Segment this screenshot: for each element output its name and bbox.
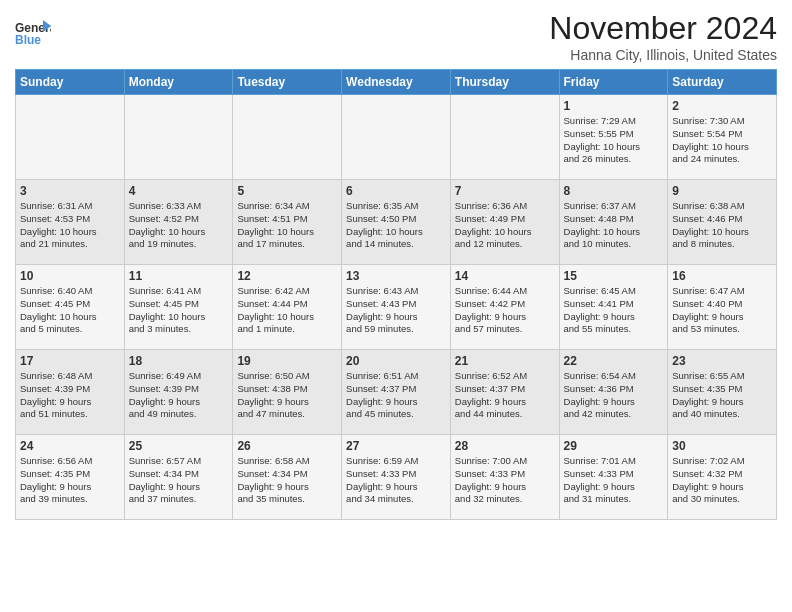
day-info: Sunrise: 7:29 AM Sunset: 5:55 PM Dayligh… (564, 115, 664, 166)
day-number: 8 (564, 184, 664, 198)
day-number: 7 (455, 184, 555, 198)
calendar-cell: 15Sunrise: 6:45 AM Sunset: 4:41 PM Dayli… (559, 265, 668, 350)
day-number: 13 (346, 269, 446, 283)
calendar-cell (124, 95, 233, 180)
day-info: Sunrise: 7:30 AM Sunset: 5:54 PM Dayligh… (672, 115, 772, 166)
day-info: Sunrise: 6:41 AM Sunset: 4:45 PM Dayligh… (129, 285, 229, 336)
day-number: 21 (455, 354, 555, 368)
day-info: Sunrise: 7:00 AM Sunset: 4:33 PM Dayligh… (455, 455, 555, 506)
day-header: Friday (559, 70, 668, 95)
day-number: 27 (346, 439, 446, 453)
calendar-cell: 29Sunrise: 7:01 AM Sunset: 4:33 PM Dayli… (559, 435, 668, 520)
day-header: Thursday (450, 70, 559, 95)
calendar-cell: 9Sunrise: 6:38 AM Sunset: 4:46 PM Daylig… (668, 180, 777, 265)
day-number: 12 (237, 269, 337, 283)
calendar-cell: 28Sunrise: 7:00 AM Sunset: 4:33 PM Dayli… (450, 435, 559, 520)
day-number: 2 (672, 99, 772, 113)
calendar-cell: 14Sunrise: 6:44 AM Sunset: 4:42 PM Dayli… (450, 265, 559, 350)
calendar-cell: 16Sunrise: 6:47 AM Sunset: 4:40 PM Dayli… (668, 265, 777, 350)
day-info: Sunrise: 7:02 AM Sunset: 4:32 PM Dayligh… (672, 455, 772, 506)
calendar-cell (450, 95, 559, 180)
calendar-cell: 20Sunrise: 6:51 AM Sunset: 4:37 PM Dayli… (342, 350, 451, 435)
day-info: Sunrise: 6:49 AM Sunset: 4:39 PM Dayligh… (129, 370, 229, 421)
day-number: 14 (455, 269, 555, 283)
title-area: November 2024 Hanna City, Illinois, Unit… (549, 10, 777, 63)
calendar-cell: 7Sunrise: 6:36 AM Sunset: 4:49 PM Daylig… (450, 180, 559, 265)
day-number: 18 (129, 354, 229, 368)
day-number: 4 (129, 184, 229, 198)
day-info: Sunrise: 6:54 AM Sunset: 4:36 PM Dayligh… (564, 370, 664, 421)
day-header: Sunday (16, 70, 125, 95)
day-header: Saturday (668, 70, 777, 95)
calendar-cell: 2Sunrise: 7:30 AM Sunset: 5:54 PM Daylig… (668, 95, 777, 180)
logo: General Blue (15, 18, 51, 48)
calendar-cell: 25Sunrise: 6:57 AM Sunset: 4:34 PM Dayli… (124, 435, 233, 520)
day-number: 20 (346, 354, 446, 368)
calendar-cell: 21Sunrise: 6:52 AM Sunset: 4:37 PM Dayli… (450, 350, 559, 435)
day-info: Sunrise: 7:01 AM Sunset: 4:33 PM Dayligh… (564, 455, 664, 506)
day-header: Wednesday (342, 70, 451, 95)
day-number: 10 (20, 269, 120, 283)
calendar-cell: 17Sunrise: 6:48 AM Sunset: 4:39 PM Dayli… (16, 350, 125, 435)
day-info: Sunrise: 6:50 AM Sunset: 4:38 PM Dayligh… (237, 370, 337, 421)
day-info: Sunrise: 6:58 AM Sunset: 4:34 PM Dayligh… (237, 455, 337, 506)
day-header: Tuesday (233, 70, 342, 95)
day-info: Sunrise: 6:47 AM Sunset: 4:40 PM Dayligh… (672, 285, 772, 336)
calendar-cell: 19Sunrise: 6:50 AM Sunset: 4:38 PM Dayli… (233, 350, 342, 435)
calendar-cell: 11Sunrise: 6:41 AM Sunset: 4:45 PM Dayli… (124, 265, 233, 350)
day-number: 23 (672, 354, 772, 368)
day-info: Sunrise: 6:55 AM Sunset: 4:35 PM Dayligh… (672, 370, 772, 421)
day-number: 19 (237, 354, 337, 368)
logo-icon: General Blue (15, 18, 51, 48)
day-header: Monday (124, 70, 233, 95)
day-number: 3 (20, 184, 120, 198)
calendar-cell: 13Sunrise: 6:43 AM Sunset: 4:43 PM Dayli… (342, 265, 451, 350)
day-number: 24 (20, 439, 120, 453)
calendar-cell: 18Sunrise: 6:49 AM Sunset: 4:39 PM Dayli… (124, 350, 233, 435)
header-row: SundayMondayTuesdayWednesdayThursdayFrid… (16, 70, 777, 95)
calendar-cell: 10Sunrise: 6:40 AM Sunset: 4:45 PM Dayli… (16, 265, 125, 350)
calendar-cell: 6Sunrise: 6:35 AM Sunset: 4:50 PM Daylig… (342, 180, 451, 265)
day-number: 15 (564, 269, 664, 283)
day-number: 29 (564, 439, 664, 453)
calendar-cell: 26Sunrise: 6:58 AM Sunset: 4:34 PM Dayli… (233, 435, 342, 520)
calendar-cell: 12Sunrise: 6:42 AM Sunset: 4:44 PM Dayli… (233, 265, 342, 350)
calendar-week-row: 10Sunrise: 6:40 AM Sunset: 4:45 PM Dayli… (16, 265, 777, 350)
calendar-week-row: 17Sunrise: 6:48 AM Sunset: 4:39 PM Dayli… (16, 350, 777, 435)
calendar-cell: 5Sunrise: 6:34 AM Sunset: 4:51 PM Daylig… (233, 180, 342, 265)
calendar-cell: 1Sunrise: 7:29 AM Sunset: 5:55 PM Daylig… (559, 95, 668, 180)
calendar-cell: 27Sunrise: 6:59 AM Sunset: 4:33 PM Dayli… (342, 435, 451, 520)
svg-text:Blue: Blue (15, 33, 41, 47)
month-title: November 2024 (549, 10, 777, 47)
day-info: Sunrise: 6:36 AM Sunset: 4:49 PM Dayligh… (455, 200, 555, 251)
day-info: Sunrise: 6:59 AM Sunset: 4:33 PM Dayligh… (346, 455, 446, 506)
calendar-week-row: 24Sunrise: 6:56 AM Sunset: 4:35 PM Dayli… (16, 435, 777, 520)
calendar-cell (16, 95, 125, 180)
day-number: 16 (672, 269, 772, 283)
calendar-cell: 8Sunrise: 6:37 AM Sunset: 4:48 PM Daylig… (559, 180, 668, 265)
day-number: 9 (672, 184, 772, 198)
calendar-cell: 30Sunrise: 7:02 AM Sunset: 4:32 PM Dayli… (668, 435, 777, 520)
day-number: 26 (237, 439, 337, 453)
day-number: 30 (672, 439, 772, 453)
calendar-cell: 4Sunrise: 6:33 AM Sunset: 4:52 PM Daylig… (124, 180, 233, 265)
day-info: Sunrise: 6:56 AM Sunset: 4:35 PM Dayligh… (20, 455, 120, 506)
day-info: Sunrise: 6:33 AM Sunset: 4:52 PM Dayligh… (129, 200, 229, 251)
calendar-week-row: 3Sunrise: 6:31 AM Sunset: 4:53 PM Daylig… (16, 180, 777, 265)
day-number: 22 (564, 354, 664, 368)
day-info: Sunrise: 6:57 AM Sunset: 4:34 PM Dayligh… (129, 455, 229, 506)
calendar-cell (233, 95, 342, 180)
day-number: 11 (129, 269, 229, 283)
day-info: Sunrise: 6:51 AM Sunset: 4:37 PM Dayligh… (346, 370, 446, 421)
day-number: 28 (455, 439, 555, 453)
header: General Blue November 2024 Hanna City, I… (15, 10, 777, 63)
location: Hanna City, Illinois, United States (549, 47, 777, 63)
calendar-cell: 3Sunrise: 6:31 AM Sunset: 4:53 PM Daylig… (16, 180, 125, 265)
day-info: Sunrise: 6:31 AM Sunset: 4:53 PM Dayligh… (20, 200, 120, 251)
calendar-cell: 22Sunrise: 6:54 AM Sunset: 4:36 PM Dayli… (559, 350, 668, 435)
day-number: 1 (564, 99, 664, 113)
calendar-table: SundayMondayTuesdayWednesdayThursdayFrid… (15, 69, 777, 520)
calendar-week-row: 1Sunrise: 7:29 AM Sunset: 5:55 PM Daylig… (16, 95, 777, 180)
day-info: Sunrise: 6:38 AM Sunset: 4:46 PM Dayligh… (672, 200, 772, 251)
day-info: Sunrise: 6:48 AM Sunset: 4:39 PM Dayligh… (20, 370, 120, 421)
